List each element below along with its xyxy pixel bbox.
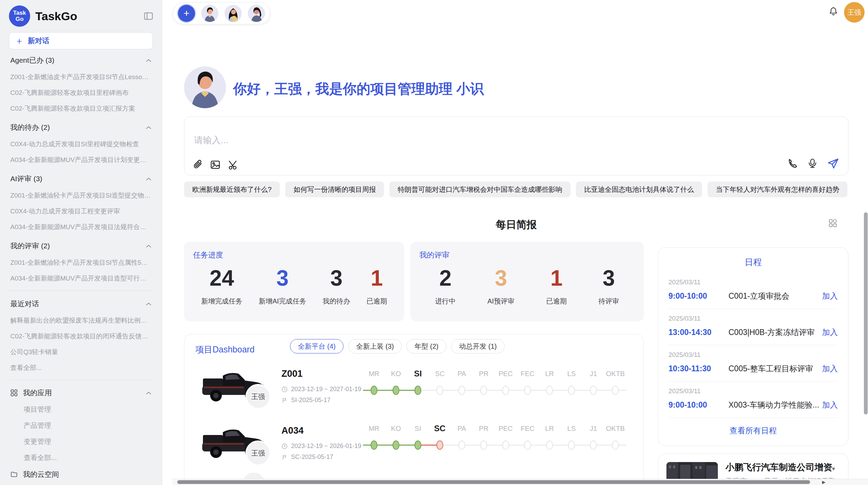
section-header-my-review[interactable]: 我的评审 (2)	[9, 237, 153, 255]
logo-line1: Task	[13, 10, 26, 16]
section-header-recent-chats[interactable]: 最近对话	[9, 295, 153, 313]
stat-row: 2 进行中 3 AI预评审 1 已逾期 3 待评审	[419, 264, 635, 306]
card-title: 任务进度	[193, 250, 395, 260]
milestone: FEC	[517, 423, 539, 451]
milestone: LR	[539, 369, 560, 396]
man-avatar[interactable]	[201, 5, 218, 22]
chevron-up-icon	[146, 244, 152, 248]
sidebar-item-favorites[interactable]: 我的收藏	[9, 483, 153, 485]
sidebar-item-product-mgmt[interactable]: 产品管理	[9, 418, 153, 434]
woman-long-hair-avatar[interactable]	[225, 5, 242, 22]
view-all-schedule[interactable]: 查看所有日程	[658, 425, 848, 436]
notification-bell-icon[interactable]	[828, 6, 839, 18]
tab-powertrain[interactable]: 动总开发 (1)	[451, 339, 505, 353]
list-item[interactable]: C02-飞腾新能源轻客改款项目里程碑画布	[9, 85, 153, 101]
join-link[interactable]: 加入	[822, 327, 838, 338]
milestone: KO	[385, 423, 407, 451]
section-header-my-todo[interactable]: 我的待办 (2)	[9, 119, 153, 136]
list-item[interactable]: 解释最新出台的欧盟报废车法规再生塑料比例被调至15%...	[9, 313, 153, 328]
join-link[interactable]: 加入	[822, 400, 838, 410]
assistant-avatar	[184, 66, 226, 108]
user-avatar[interactable]: 王强	[844, 2, 865, 23]
horizontal-scrollbar-thumb[interactable]	[177, 480, 810, 484]
sidebar-item-my-apps[interactable]: 我的应用	[9, 384, 153, 401]
divider	[9, 290, 153, 291]
project-flag-date: SI-2025-05-17	[281, 397, 330, 404]
view-all-chats[interactable]: 查看全部...	[9, 360, 153, 376]
milestone: LR	[539, 423, 560, 451]
greeting-text: 你好，王强，我是你的项目管理助理 小识	[233, 79, 484, 98]
list-item[interactable]: C0X4-动力总成开发项目工程变更评审	[9, 203, 153, 219]
plus-icon: ＋	[15, 36, 24, 45]
section-header-ai-review[interactable]: AI评审 (3)	[9, 170, 153, 188]
milestone-track: MR KO SI SC PA PR PEC FEC LR LS J1 OKTB	[363, 369, 626, 396]
scroll-right-arrow[interactable]: ▶	[822, 479, 825, 485]
list-item[interactable]: A034-全新新能源MUV产品开发项目造型可行性评审	[9, 271, 153, 286]
divider	[9, 380, 153, 380]
milestone: KO	[385, 369, 407, 396]
view-all-apps[interactable]: 查看全部...	[9, 450, 153, 466]
card-title: 我的评审	[419, 250, 635, 260]
send-icon[interactable]	[827, 157, 839, 170]
suggestion-chip[interactable]: 当下年轻人对汽车外观有怎样的喜好趋势	[708, 182, 847, 197]
project-code[interactable]: Z001	[281, 369, 303, 379]
woman-earring-avatar[interactable]	[248, 5, 265, 22]
join-link[interactable]: 加入	[822, 291, 838, 301]
section-header-agent-done[interactable]: Agent已办 (3)	[9, 51, 153, 69]
scissors-icon[interactable]	[228, 159, 239, 170]
suggestion-chip[interactable]: 如何写一份清晰的项目周报	[285, 182, 384, 197]
list-item[interactable]: Z001-全新燃油皮卡产品开发项目SI节点Lesson Learn报告	[9, 69, 153, 85]
chat-input[interactable]	[193, 135, 709, 146]
new-chat-button[interactable]: ＋ 新对话	[9, 32, 153, 49]
sidebar-collapse-icon[interactable]	[144, 12, 153, 20]
join-link[interactable]: 加入	[822, 363, 838, 374]
suggestion-chip[interactable]: 比亚迪全固态电池计划具体说了什么	[576, 182, 702, 197]
stat: 1 已逾期	[546, 264, 567, 306]
tab-year-model[interactable]: 年型 (2)	[407, 339, 446, 353]
list-item[interactable]: A034-全新新能源MUV产品开发项目计划变更表编写	[9, 152, 153, 168]
list-item[interactable]: A034-全新新能源MUV产品开发项目法规符合性评审	[9, 219, 153, 235]
suggestion-chip[interactable]: 欧洲新规最近颁布了什么?	[184, 182, 280, 197]
layout-grid-icon[interactable]	[828, 219, 837, 228]
agent-pill: +	[173, 2, 270, 24]
project-owner-badge: 王强	[245, 440, 271, 466]
phone-icon[interactable]	[787, 158, 798, 169]
list-item[interactable]: C0X4-动力总成开发项目SI里程碑提交物检查	[9, 136, 153, 152]
milestone: FEC	[517, 369, 539, 396]
milestone-current-overdue: SC	[429, 423, 451, 451]
list-item[interactable]: Z001-全新燃油轻卡产品开发项目SI造型提交物评审	[9, 188, 153, 203]
suggestion-chips: 欧洲新规最近颁布了什么? 如何写一份清晰的项目周报 特朗普可能对进口汽车增税会对…	[184, 182, 848, 197]
microphone-icon[interactable]	[807, 158, 818, 169]
list-item[interactable]: Z001-全新燃油轻卡产品开发项目SI节点属性5D文件评审	[9, 255, 153, 271]
sidebar-item-change-mgmt[interactable]: 变更管理	[9, 434, 153, 450]
tab-new-body[interactable]: 全新上装 (3)	[348, 339, 402, 353]
stat: 3 AI预评审	[487, 264, 515, 306]
milestone: PR	[473, 369, 495, 396]
sidebar-item-cloud-space[interactable]: 我的云空间	[9, 466, 153, 483]
stat: 3 新增AI完成任务	[259, 264, 306, 306]
schedule-card: 日程 2025/03/11 9:00-10:00 C001-立项审批会 加入 2…	[658, 247, 848, 446]
image-icon[interactable]	[210, 159, 221, 170]
dashboard-tabs: 全新平台 (4) 全新上装 (3) 年型 (2) 动总开发 (1)	[290, 339, 505, 353]
app-window: Task Go TaskGo ＋ 新对话 Agent已办 (3) Z001-全新…	[0, 0, 868, 485]
news-title[interactable]: 小鹏飞行汽车制造公司增资	[725, 461, 841, 473]
sidebar-item-project-mgmt[interactable]: 项目管理	[9, 401, 153, 418]
project-code[interactable]: A034	[281, 425, 304, 436]
list-item[interactable]: C02-飞腾新能源轻客改款项目立项汇报方案	[9, 101, 153, 116]
stat: 24 新增完成任务	[201, 264, 242, 306]
milestone: LS	[560, 369, 582, 396]
suggestion-chip[interactable]: 特朗普可能对进口汽车增税会对中国车企造成哪些影响	[389, 182, 570, 197]
add-agent-button[interactable]: +	[178, 5, 195, 22]
tab-new-platform[interactable]: 全新平台 (4)	[290, 339, 343, 353]
vertical-scrollbar-thumb[interactable]	[864, 212, 868, 414]
schedule-title: 日程	[658, 257, 848, 268]
list-item[interactable]: C02-飞腾新能源轻客改款项目的闭环通告反馈情况	[9, 328, 153, 344]
sidebar: Task Go TaskGo ＋ 新对话 Agent已办 (3) Z001-全新…	[0, 0, 162, 485]
list-item[interactable]: 公司Q3轻卡销量	[9, 344, 153, 360]
my-review-card: 我的评审 2 进行中 3 AI预评审 1 已逾期 3 待评审	[410, 242, 644, 321]
milestone: SC	[429, 369, 451, 396]
attachment-icon[interactable]	[193, 160, 203, 170]
scroll-down-arrow[interactable]: ▼	[831, 466, 836, 472]
schedule-item: 2025/03/11 9:00-10:00 X003-车辆动力学性能验... 加…	[668, 382, 838, 418]
project-dashboard-card: 项目Dashboard 全新平台 (4) 全新上装 (3) 年型 (2) 动总开…	[184, 334, 644, 485]
